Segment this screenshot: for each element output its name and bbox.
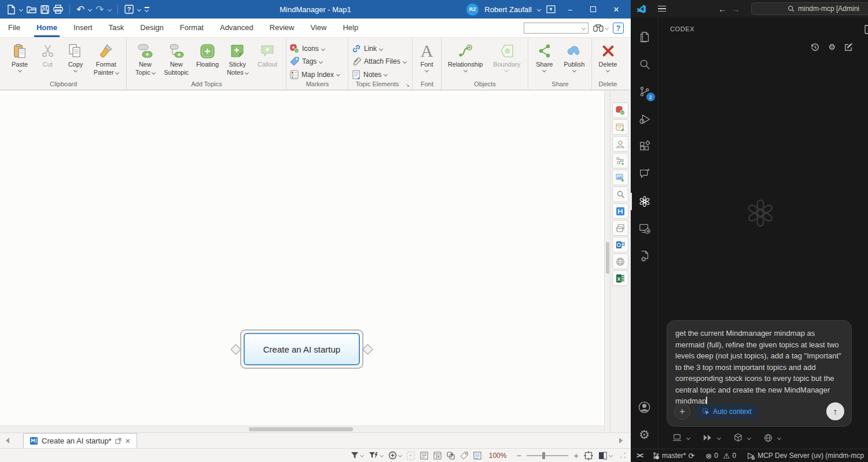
debug-task-status[interactable]: MCP Dev Server (uv) (mindm-mcp (747, 452, 864, 460)
new-subtopic-button[interactable]: New Subtopic (160, 41, 193, 76)
tab-format[interactable]: Format (172, 19, 212, 37)
sticky-notes-button[interactable]: Sticky Notes (222, 41, 252, 76)
customize-toolbar-icon[interactable] (145, 3, 149, 16)
horizontal-scrollbar-thumb[interactable] (249, 427, 353, 431)
speed-mode-chevron-icon[interactable] (717, 435, 721, 439)
publish-button[interactable]: Publish (561, 41, 588, 72)
browser-pane-tab[interactable] (612, 220, 628, 236)
user-menu-chevron-icon[interactable] (537, 7, 541, 11)
tab-view[interactable]: View (302, 19, 334, 37)
reasoning-globe-icon[interactable] (764, 434, 773, 442)
codex-openai-icon[interactable] (631, 188, 659, 215)
search-sidebar-icon[interactable] (631, 50, 659, 78)
search-input[interactable] (524, 23, 589, 34)
explorer-icon[interactable] (631, 23, 659, 50)
panel-settings-gear-icon[interactable]: ⚙ (828, 43, 836, 52)
tab-review[interactable]: Review (262, 19, 303, 37)
images-pane-tab[interactable] (612, 170, 628, 185)
filter-button[interactable] (351, 450, 363, 461)
open-button[interactable] (27, 3, 36, 16)
attach-files-button[interactable]: Attach Files (352, 56, 406, 67)
tab-insert[interactable]: Insert (65, 19, 101, 37)
outlook-pane-tab[interactable] (612, 237, 628, 252)
capture-pane-tab[interactable] (612, 203, 628, 219)
speed-mode-icon[interactable] (703, 434, 712, 441)
relationship-chevron-icon[interactable] (464, 68, 468, 72)
excel-pane-tab[interactable]: X (612, 270, 628, 286)
accounts-icon[interactable] (631, 394, 659, 421)
tab-file[interactable]: File (0, 19, 28, 37)
ribbon-display-options-icon[interactable] (546, 5, 556, 13)
icons-chevron-icon[interactable] (321, 47, 325, 51)
resize-grip[interactable] (620, 452, 626, 459)
run-debug-icon[interactable] (631, 105, 659, 133)
schedule-view-button[interactable]: 24 (433, 450, 442, 461)
outline-view-button[interactable] (420, 450, 428, 461)
zoom-slider-thumb[interactable] (542, 452, 545, 459)
power-filter-button[interactable] (369, 450, 383, 461)
share-chevron-icon[interactable] (542, 68, 546, 72)
tags-button[interactable]: Tags (290, 56, 322, 67)
remote-indicator[interactable]: >< (637, 452, 642, 460)
chat-input-text[interactable]: get the current Mindmanager mindmap as m… (675, 329, 841, 405)
nav-back-icon[interactable]: ← (718, 4, 727, 14)
add-attachment-button[interactable]: + (674, 404, 690, 420)
vertical-scrollbar-thumb[interactable] (606, 242, 609, 274)
new-document-button[interactable] (7, 3, 16, 16)
resources-pane-tab[interactable] (612, 136, 628, 152)
source-control-icon[interactable]: 2 (631, 78, 659, 105)
tab-home[interactable]: Home (28, 19, 65, 37)
settings-gear-icon[interactable]: ⚙ (631, 421, 659, 449)
popout-icon[interactable] (115, 438, 122, 444)
tab-task[interactable]: Task (101, 19, 133, 37)
notes-chevron-icon[interactable] (384, 72, 388, 76)
link-button[interactable]: Link (352, 43, 382, 54)
environment-chevron-icon[interactable] (686, 435, 690, 439)
paste-chevron-icon[interactable] (18, 68, 22, 72)
zoom-slider[interactable] (527, 452, 568, 460)
copy-chevron-icon[interactable] (73, 68, 78, 72)
attach-files-chevron-icon[interactable] (403, 60, 407, 64)
horizontal-scrollbar[interactable] (0, 426, 604, 432)
user-name[interactable]: Robert Zaufall (484, 5, 532, 14)
notes-button[interactable]: Notes (352, 69, 387, 80)
tab-scroll-right-icon[interactable] (619, 438, 623, 443)
relationship-button[interactable]: Relationship (445, 41, 486, 72)
vertical-scrollbar[interactable] (604, 91, 610, 431)
command-center-search[interactable]: mindm-mcp [Admini (751, 2, 868, 15)
tab-scroll-left-icon[interactable] (6, 438, 9, 443)
send-button[interactable]: ↑ (826, 402, 844, 420)
new-view-button[interactable] (388, 450, 402, 461)
sync-icon[interactable]: ⟳ (688, 452, 694, 460)
tab-help[interactable]: Help (334, 19, 366, 37)
delete-button[interactable]: Delete (595, 41, 620, 72)
mcp-config-icon[interactable] (631, 243, 659, 270)
close-button[interactable]: ✕ (608, 2, 625, 16)
zoom-in-button[interactable]: + (573, 450, 579, 460)
linked-maps-button[interactable] (447, 450, 455, 461)
tag-view-button[interactable] (460, 450, 468, 461)
format-painter-chevron-icon[interactable] (115, 71, 119, 75)
minimize-button[interactable]: – (561, 2, 579, 16)
extensions-icon[interactable] (631, 133, 659, 160)
copy-button[interactable]: Copy (61, 41, 89, 72)
close-tab-icon[interactable]: ✕ (125, 437, 131, 445)
help-chevron-icon[interactable] (137, 7, 141, 11)
undo-chevron-icon[interactable] (88, 7, 92, 11)
link-chevron-icon[interactable] (379, 47, 383, 51)
new-topic-chevron-icon[interactable] (152, 71, 156, 75)
document-tab[interactable]: Create an AI startup* ✕ (23, 433, 137, 448)
chat-input-box[interactable]: get the current Mindmanager mindmap as m… (667, 320, 852, 427)
map-canvas[interactable]: Create an AI startup (0, 91, 604, 426)
icons-button[interactable]: Icons (290, 43, 325, 54)
search-pane-tab[interactable] (612, 186, 628, 202)
task-info-pane-tab[interactable] (612, 119, 628, 135)
print-button[interactable] (53, 3, 63, 16)
ribbon-help-button[interactable]: ? (613, 23, 624, 34)
map-index-button[interactable]: Map Index (290, 69, 340, 80)
publish-chevron-icon[interactable] (572, 68, 576, 72)
environment-icon[interactable] (672, 434, 682, 442)
find-icon[interactable] (593, 24, 608, 32)
help-button[interactable]: ? (124, 3, 134, 16)
notes-view-button[interactable] (473, 450, 481, 461)
